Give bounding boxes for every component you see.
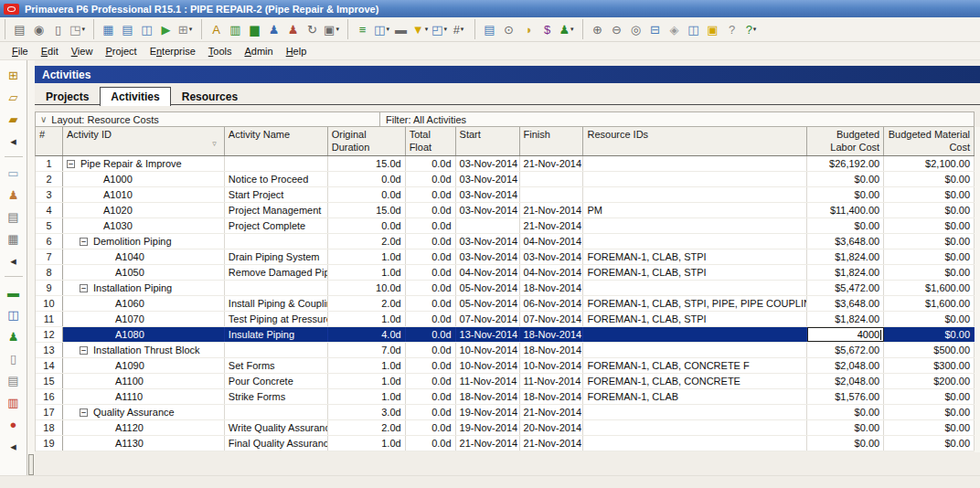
column-header-labor[interactable]: Budgeted Labor Cost [807,127,884,155]
cell-name[interactable]: Strike Forms [225,389,328,404]
cell-mat[interactable]: $0.00 [884,436,975,451]
cell-tf[interactable]: 0.0d [406,420,456,435]
table-row[interactable]: 17−Quality Assurance3.0d0.0d19-Nov-20142… [36,405,975,420]
cell-labor[interactable]: $0.00 [807,436,884,451]
line-numbers-icon[interactable]: #▾ [449,20,468,39]
cell-start[interactable]: 21-Nov-2014 [456,436,520,451]
table-row[interactable]: 3A1010Start Project0.0d0.0d03-Nov-2014$0… [36,187,975,203]
cell-res[interactable] [583,156,807,171]
cell-od[interactable]: 0.0d [328,172,406,186]
cell-num[interactable]: 13 [36,343,63,357]
cell-id[interactable]: A1120 [63,420,225,435]
menu-admin[interactable]: Admin [238,43,279,59]
table-row[interactable]: 10A1060Install Piping & Coupling:2.0d0.0… [36,296,975,312]
cell-finish[interactable]: 04-Nov-2014 [520,234,584,249]
cell-id[interactable]: A1110 [63,389,225,404]
cell-res[interactable] [583,234,807,249]
cell-od[interactable]: 0.0d [328,218,406,233]
table-row[interactable]: 4A1020Project Management15.0d0.0d03-Nov-… [36,203,975,218]
cell-tf[interactable]: 0.0d [406,234,456,249]
cell-name[interactable] [225,343,328,357]
print-icon[interactable]: ▤ [10,20,29,39]
cost-edit-input[interactable]: 4000 [807,327,884,342]
cell-start[interactable]: 03-Nov-2014 [456,203,520,217]
cell-mat[interactable]: $0.00 [884,187,975,202]
cell-tf[interactable]: 0.0d [406,436,456,451]
assignments-window-icon[interactable]: ♟ [5,328,22,345]
cell-res[interactable]: FOREMAN-1, CLAB [583,389,807,404]
reorganize-icon[interactable]: ↻ [303,20,322,39]
cell-mat[interactable]: $0.00 [884,420,975,435]
cell-name[interactable]: Test Piping at Pressure [225,312,328,326]
cell-mat[interactable]: $0.00 [884,265,975,280]
zoom-fit-icon[interactable]: ◎ [626,20,645,39]
top-layout-icon[interactable]: ◰▾ [430,20,449,39]
cell-od[interactable]: 1.0d [328,312,406,326]
vertical-scrollbar-thumb[interactable] [28,454,34,475]
global-change-icon[interactable]: ◑ [518,20,538,39]
cell-id[interactable]: A1060 [63,296,225,311]
cell-res[interactable] [583,281,807,295]
cell-od[interactable]: 15.0d [328,156,406,171]
cell-start[interactable]: 05-Nov-2014 [456,281,520,295]
cell-id[interactable]: −Installation Piping [63,281,225,295]
import-project-icon[interactable]: ▰ [5,111,22,127]
cell-finish[interactable] [520,187,584,202]
cell-finish[interactable]: 04-Nov-2014 [520,265,584,280]
expenses-window-icon[interactable]: ▤ [5,372,22,388]
menu-edit[interactable]: Edit [35,43,65,59]
table-row[interactable]: 13−Installation Thrust Block7.0d0.0d10-N… [36,343,975,358]
cell-id[interactable]: A1090 [63,358,225,373]
collapse-toggle-icon[interactable]: − [80,408,88,417]
cell-finish[interactable]: 06-Nov-2014 [520,296,584,311]
cell-mat[interactable]: $0.00 [884,234,975,249]
columns-icon[interactable]: ◫▾ [372,20,391,39]
table-row[interactable]: 19A1130Final Quality Assurance1.0d0.0d21… [36,436,975,451]
horizontal-split-icon[interactable]: ⊟ [645,20,665,39]
tracking-window-icon[interactable]: ▦ [5,230,22,247]
column-header-num[interactable]: # [36,127,63,155]
menu-enterprise[interactable]: Enterprise [144,43,202,59]
trace-logic-icon[interactable]: ▶ [156,20,176,39]
group-sort-icon[interactable]: ≡ [353,20,372,39]
cell-id[interactable]: A1080 [63,327,225,342]
cell-labor[interactable]: $1,576.00 [807,389,884,404]
layout-selector[interactable]: ∨ Layout: Resource Costs [36,112,380,126]
spreadsheet-icon[interactable]: ▣▾ [322,20,341,39]
cell-name[interactable]: Write Quality Assurance [225,420,328,435]
cell-od[interactable]: 2.0d [328,420,406,435]
cell-tf[interactable]: 0.0d [406,249,456,264]
table-row[interactable]: 6−Demolition Piping2.0d0.0d03-Nov-201404… [36,234,975,249]
find-icon[interactable]: A [207,20,226,39]
cell-labor[interactable]: $5,672.00 [807,343,884,357]
cell-start[interactable]: 13-Nov-2014 [456,327,520,342]
cell-finish[interactable]: 21-Nov-2014 [520,218,584,233]
cell-finish[interactable]: 10-Nov-2014 [520,358,584,373]
cell-tf[interactable]: 0.0d [406,312,456,326]
cell-res[interactable]: FOREMAN-1, CLAB, CONCRETE [583,374,807,388]
cell-num[interactable]: 14 [36,358,63,373]
cell-start[interactable]: 07-Nov-2014 [456,312,520,326]
cell-mat[interactable]: $0.00 [884,172,975,186]
cell-res[interactable]: PM [583,203,807,217]
table-row[interactable]: 15A1100Pour Concrete1.0d0.0d11-Nov-20141… [36,374,975,389]
cell-num[interactable]: 7 [36,249,63,264]
cell-od[interactable]: 1.0d [328,265,406,280]
cell-id[interactable]: −Demolition Piping [63,234,225,249]
cell-od[interactable]: 2.0d [328,296,406,311]
cell-mat[interactable]: $2,100.00 [884,156,975,171]
cell-start[interactable]: 10-Nov-2014 [456,343,520,357]
tab-projects[interactable]: Projects [35,87,100,106]
cell-start[interactable]: 03-Nov-2014 [456,234,520,249]
column-header-tf[interactable]: Total Float [406,127,456,155]
vertical-scrollbar-track[interactable] [27,60,35,488]
cell-name[interactable]: Project Management [225,203,328,217]
cell-mat[interactable]: $0.00 [884,203,975,217]
cell-mat[interactable]: $0.00 [884,249,975,264]
cell-num[interactable]: 9 [36,281,63,295]
cell-od[interactable]: 2.0d [328,234,406,249]
table-row[interactable]: 7A1040Drain Piping System1.0d0.0d03-Nov-… [36,249,975,265]
open-project-icon[interactable]: ▱ [5,89,22,105]
resource-gantt-icon[interactable]: ▥ [226,20,245,39]
cell-name[interactable]: Drain Piping System [225,249,328,264]
